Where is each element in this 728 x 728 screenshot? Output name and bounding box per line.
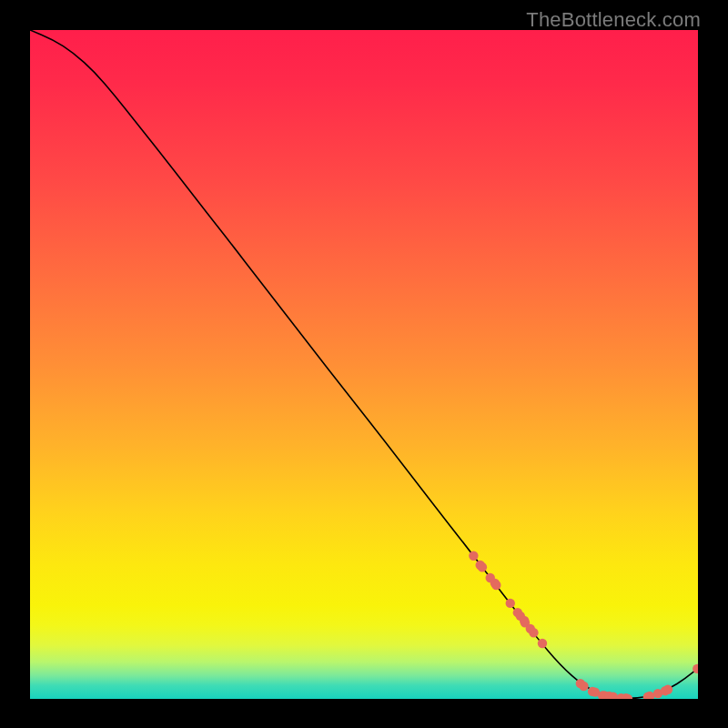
- data-dot: [478, 562, 487, 571]
- highlight-dots: [469, 551, 698, 699]
- data-dot: [506, 599, 515, 608]
- data-dot: [579, 682, 588, 691]
- watermark-text: TheBottleneck.com: [526, 8, 701, 32]
- curve-line: [30, 30, 698, 698]
- data-dot: [663, 685, 672, 694]
- chart-overlay: [30, 30, 698, 699]
- data-dot: [491, 581, 500, 590]
- plot-area: [30, 30, 698, 699]
- data-dot: [529, 628, 538, 637]
- data-dot: [538, 639, 547, 648]
- chart-stage: TheBottleneck.com: [0, 0, 728, 728]
- data-dot: [469, 551, 478, 561]
